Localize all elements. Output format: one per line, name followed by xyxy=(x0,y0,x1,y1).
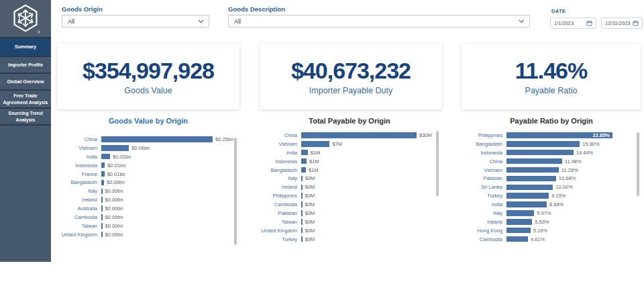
chart-row[interactable]: Pakistan10.68% xyxy=(462,174,641,183)
bar[interactable] xyxy=(301,228,303,234)
bar[interactable] xyxy=(301,176,303,182)
bar[interactable] xyxy=(301,219,303,225)
chart-row[interactable]: India$1M xyxy=(258,148,441,157)
bar[interactable] xyxy=(506,228,531,234)
chart-row[interactable]: Indonesia$1M xyxy=(258,157,441,166)
chart-row[interactable]: Australia$0.00bn xyxy=(57,204,239,213)
chart-row[interactable]: Vietnam11.28% xyxy=(462,166,641,175)
goods-origin-dropdown[interactable]: All xyxy=(62,15,209,28)
bar[interactable] xyxy=(101,223,103,229)
bar[interactable] xyxy=(101,232,103,238)
chart-scrollbar[interactable] xyxy=(436,131,439,196)
chart-row[interactable]: Ireland$0.00bn xyxy=(57,195,239,204)
chart-scrollbar[interactable] xyxy=(234,138,237,245)
bar[interactable] xyxy=(301,132,417,138)
bar[interactable] xyxy=(506,176,556,182)
bar[interactable] xyxy=(301,158,307,164)
chart-row[interactable]: China11.98% xyxy=(462,157,641,166)
bar[interactable] xyxy=(101,214,103,220)
bar[interactable] xyxy=(101,162,105,169)
chart-row[interactable]: Indonesia$0.01bn xyxy=(57,161,239,170)
chart-row[interactable]: Italy$0M xyxy=(258,174,441,183)
value-label: $1M xyxy=(311,150,321,156)
chart-scrollbar[interactable] xyxy=(637,132,639,196)
chart-row[interactable]: Indonesia14.44% xyxy=(462,148,641,157)
bar[interactable] xyxy=(301,210,303,216)
bar[interactable] xyxy=(506,210,534,216)
bar[interactable] xyxy=(506,219,532,225)
value-label: $30M xyxy=(419,132,432,138)
bar[interactable] xyxy=(506,236,528,242)
chart-row[interactable]: China$0.25bn xyxy=(57,135,239,144)
bar[interactable] xyxy=(506,185,553,191)
chart-row[interactable]: Hong Kong5.18% xyxy=(462,226,641,235)
goods-description-dropdown[interactable]: All xyxy=(228,15,530,28)
bar[interactable] xyxy=(101,205,103,211)
chart-row[interactable]: Taiwan$0.00bn xyxy=(57,222,239,230)
bar[interactable] xyxy=(506,201,547,207)
chart-row[interactable]: Cambodia$0M xyxy=(258,200,441,209)
value-label: 14.44% xyxy=(576,150,593,156)
chart-row[interactable]: United Kingdom$0.00bn xyxy=(57,230,239,239)
value-label: $0M xyxy=(305,228,315,234)
chart-row[interactable]: India8.68% xyxy=(462,200,641,209)
chart-row[interactable]: Turkey$0M xyxy=(258,235,441,244)
sidebar-item-fta-analysis[interactable]: Free Trade Agreement Analysis xyxy=(0,91,51,109)
date-start-input[interactable]: 1/1/2023 xyxy=(550,17,596,29)
category-label: Vietnam xyxy=(462,167,506,173)
sidebar-item-sourcing-trend[interactable]: Sourcing Trend Analysis xyxy=(0,109,51,126)
chart-row[interactable]: United Kingdom$0M xyxy=(258,226,441,235)
chart-row[interactable]: China$30M xyxy=(258,131,441,140)
chart-row[interactable]: Bangladesh$1M xyxy=(258,166,441,175)
sidebar-item-importer-profile[interactable]: Importer Profile xyxy=(0,57,51,74)
sidebar-item-summary[interactable]: Summary xyxy=(0,38,51,57)
bar[interactable] xyxy=(101,189,103,195)
bar[interactable] xyxy=(506,167,559,173)
category-label: Turkey xyxy=(462,193,506,199)
chart-row[interactable]: Bangladesh$0.00bn xyxy=(57,178,239,187)
chart-row[interactable]: Cambodia$0.00bn xyxy=(57,213,239,222)
bar[interactable]: 22.85% xyxy=(506,132,612,138)
chart-row[interactable]: India$0.02bn xyxy=(57,152,239,161)
bar[interactable] xyxy=(101,136,213,142)
chart-row[interactable]: Philippines$0M xyxy=(258,191,441,200)
bar[interactable] xyxy=(506,158,562,164)
chart-row[interactable]: Cambodia4.61% xyxy=(462,235,641,244)
value-label: $0M xyxy=(305,175,315,181)
bar[interactable] xyxy=(101,154,110,160)
value-label: 10.68% xyxy=(559,175,576,181)
chart-row[interactable]: Vietnam$7M xyxy=(258,140,441,148)
chart-row[interactable]: Pakistan$0M xyxy=(258,209,441,218)
bar[interactable] xyxy=(101,171,105,177)
calendar-icon[interactable] xyxy=(586,20,592,26)
bar[interactable] xyxy=(506,193,549,199)
chart-payable-ratio-by-origin: Payable Ratio by Origin Philippines22.85… xyxy=(462,117,641,251)
chart-row[interactable]: Ireland$0M xyxy=(258,183,441,191)
chart-row[interactable]: Ireland5.53% xyxy=(462,218,641,226)
bar[interactable] xyxy=(301,185,303,191)
chart-row[interactable]: Sri Lanka10.00% xyxy=(462,183,641,191)
chart-row[interactable]: Bangladesh15.80% xyxy=(462,140,641,148)
sidebar-item-global-overview[interactable]: Global Overview xyxy=(0,74,51,91)
date-end-input[interactable]: 12/31/2023 xyxy=(601,17,643,29)
bar[interactable] xyxy=(301,150,308,156)
bar[interactable] xyxy=(301,141,329,147)
bar[interactable] xyxy=(101,197,103,203)
chart-row[interactable]: Italy$0.00bn xyxy=(57,187,239,195)
bar[interactable] xyxy=(301,236,303,242)
chart-row[interactable]: Italy5.97% xyxy=(462,209,641,218)
bar[interactable] xyxy=(301,201,303,207)
bar[interactable] xyxy=(301,193,303,199)
bar[interactable] xyxy=(301,167,306,173)
chart-row[interactable]: France$0.01bn xyxy=(57,170,239,179)
calendar-icon[interactable] xyxy=(633,20,639,26)
bar[interactable] xyxy=(101,180,104,186)
chart-row[interactable]: Taiwan$0M xyxy=(258,218,441,226)
chart-row[interactable]: Vietnam$0.06bn xyxy=(57,144,239,152)
value-label: $0.01bn xyxy=(107,171,125,177)
bar[interactable] xyxy=(506,141,580,147)
chart-row[interactable]: Philippines22.85% xyxy=(462,131,641,140)
chart-row[interactable]: Turkey9.15% xyxy=(462,191,641,200)
bar[interactable] xyxy=(506,150,574,156)
bar[interactable] xyxy=(101,145,129,151)
